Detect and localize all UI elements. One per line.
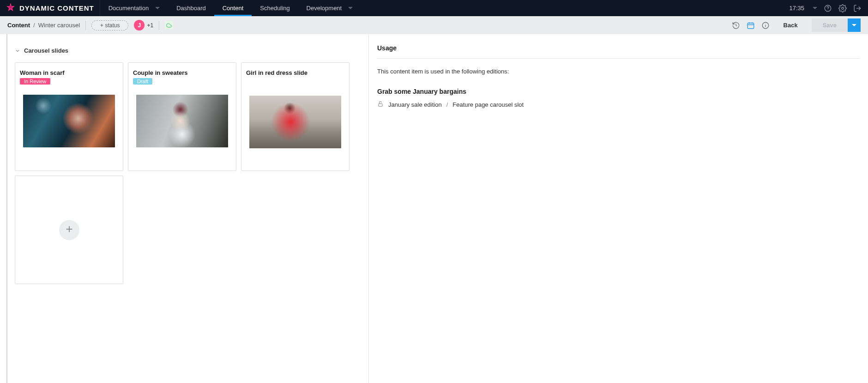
- nav-dashboard-label: Dashboard: [176, 5, 206, 12]
- nav-scheduling[interactable]: Scheduling: [252, 0, 298, 16]
- info-icon[interactable]: [761, 21, 770, 30]
- divider: [159, 21, 159, 30]
- nav-left: Documentation Dashboard Content Scheduli…: [100, 0, 362, 16]
- slide-card[interactable]: Girl in red dress slide: [241, 62, 350, 171]
- breadcrumb-current: Winter carousel: [38, 22, 80, 29]
- nav-time: 17:35: [789, 5, 804, 12]
- card-thumbnail: [23, 95, 115, 147]
- slot-name[interactable]: Feature page carousel slot: [452, 101, 524, 108]
- nav-right: 17:35: [789, 0, 868, 16]
- section-toggle[interactable]: Carousel slides: [15, 47, 361, 54]
- nav-content[interactable]: Content: [214, 0, 252, 16]
- svg-rect-8: [379, 103, 382, 106]
- help-icon[interactable]: [824, 4, 832, 12]
- svg-point-7: [765, 24, 766, 24]
- nav-content-label: Content: [223, 5, 244, 12]
- nav-scheduling-label: Scheduling: [260, 5, 289, 12]
- logout-icon[interactable]: [853, 4, 862, 12]
- nav-documentation-label: Documentation: [108, 5, 149, 12]
- divider: [85, 21, 86, 30]
- card-grid: Woman in scarf In Review Couple in sweat…: [15, 62, 361, 284]
- status-badge: Draft: [133, 78, 152, 85]
- left-panel: Carousel slides Woman in scarf In Review…: [6, 34, 368, 383]
- sub-header: Content / Winter carousel + status J +1 …: [0, 16, 868, 34]
- logo-icon: [6, 2, 16, 14]
- add-slide-card[interactable]: [15, 176, 123, 284]
- status-badge: In Review: [20, 78, 50, 85]
- avatar[interactable]: J: [134, 20, 145, 30]
- nav-documentation[interactable]: Documentation: [100, 0, 168, 16]
- svg-point-4: [842, 7, 844, 9]
- card-title: Girl in red dress slide: [246, 69, 344, 76]
- chevron-down-icon[interactable]: [813, 7, 817, 9]
- avatar-extra-count[interactable]: +1: [147, 22, 153, 29]
- edition-title: Grab some January bargains: [377, 88, 860, 95]
- edition-name[interactable]: January sale edition: [388, 101, 442, 108]
- panel-description: This content item is used in the followi…: [377, 68, 860, 75]
- slide-card[interactable]: Woman in scarf In Review: [15, 62, 123, 171]
- nav-development[interactable]: Development: [298, 0, 362, 16]
- gear-icon[interactable]: [838, 4, 847, 12]
- panel-title: Usage: [377, 44, 860, 59]
- slide-card[interactable]: Couple in sweaters Draft: [128, 62, 236, 171]
- breadcrumb-root[interactable]: Content: [7, 22, 30, 29]
- back-button[interactable]: Back: [776, 19, 805, 31]
- chevron-down-icon: [348, 7, 353, 9]
- brand[interactable]: DYNAMIC CONTENT: [0, 0, 100, 16]
- sync-status-icon[interactable]: [165, 21, 173, 30]
- card-thumbnail: [249, 96, 341, 148]
- brand-text: DYNAMIC CONTENT: [19, 4, 94, 12]
- history-icon[interactable]: [732, 21, 740, 30]
- right-panel: Usage This content item is used in the f…: [368, 34, 868, 383]
- save-button-group: Save: [812, 18, 861, 32]
- plus-icon: [64, 224, 74, 236]
- lock-open-icon: [377, 101, 384, 109]
- edition-sep: /: [446, 101, 448, 108]
- chevron-down-icon: [155, 7, 160, 9]
- add-circle: [59, 220, 79, 240]
- save-dropdown-button[interactable]: [848, 18, 861, 32]
- add-status-button[interactable]: + status: [91, 20, 128, 30]
- save-button[interactable]: Save: [812, 18, 848, 32]
- nav-development-label: Development: [307, 5, 342, 12]
- breadcrumb-sep: /: [33, 22, 35, 29]
- calendar-icon[interactable]: [747, 21, 755, 30]
- chevron-down-icon: [852, 24, 856, 26]
- chevron-down-icon: [15, 48, 20, 54]
- breadcrumb: Content / Winter carousel: [7, 22, 80, 29]
- edition-row[interactable]: January sale edition / Feature page caro…: [377, 101, 860, 109]
- content-row: Carousel slides Woman in scarf In Review…: [0, 34, 868, 383]
- section-title: Carousel slides: [24, 47, 68, 54]
- card-title: Woman in scarf: [20, 69, 118, 76]
- nav-dashboard[interactable]: Dashboard: [168, 0, 214, 16]
- svg-point-3: [827, 10, 828, 10]
- card-title: Couple in sweaters: [133, 69, 231, 76]
- svg-rect-5: [747, 23, 754, 28]
- subheader-right: Back Save: [732, 18, 861, 32]
- card-thumbnail: [136, 95, 228, 147]
- top-nav: DYNAMIC CONTENT Documentation Dashboard …: [0, 0, 868, 16]
